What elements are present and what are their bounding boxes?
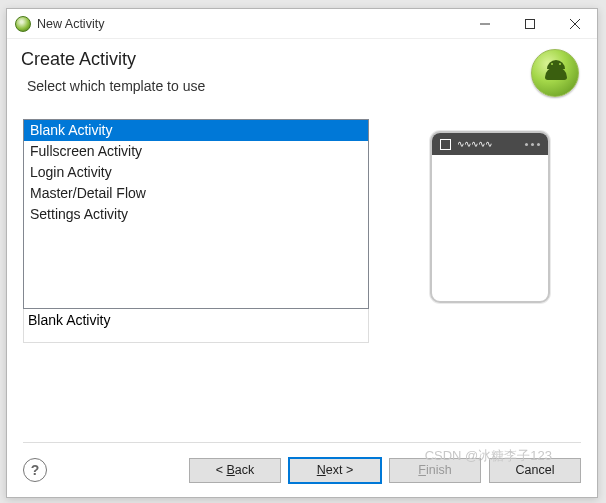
maximize-button[interactable] [507,9,552,38]
close-button[interactable] [552,9,597,38]
list-item[interactable]: Fullscreen Activity [24,141,368,162]
back-button[interactable]: < Back [189,458,281,483]
overflow-icon [525,143,540,146]
list-item[interactable]: Master/Detail Flow [24,183,368,204]
window-controls [462,9,597,38]
page-subtitle: Select which template to use [27,78,519,94]
selected-template-label: Blank Activity [23,309,369,343]
template-preview: ∿∿∿∿∿ [430,131,550,303]
template-list-wrap: Blank ActivityFullscreen ActivityLogin A… [23,119,369,438]
app-icon [15,16,31,32]
content-area: Blank ActivityFullscreen ActivityLogin A… [7,111,597,442]
next-button[interactable]: Next > [289,458,381,483]
help-button[interactable]: ? [23,458,47,482]
window-title: New Activity [37,17,462,31]
template-listbox[interactable]: Blank ActivityFullscreen ActivityLogin A… [23,119,369,309]
svg-rect-1 [525,19,534,28]
list-item[interactable]: Settings Activity [24,204,368,225]
wizard-header: Create Activity Select which template to… [7,39,597,111]
preview-actionbar: ∿∿∿∿∿ [432,133,548,155]
titlebar: New Activity [7,9,597,39]
cancel-button[interactable]: Cancel [489,458,581,483]
button-bar: ? < Back Next > Finish Cancel [7,443,597,497]
page-title: Create Activity [21,49,519,70]
android-icon [531,49,579,97]
finish-button: Finish [389,458,481,483]
header-text: Create Activity Select which template to… [21,49,519,94]
minimize-button[interactable] [462,9,507,38]
preview-app-icon [440,139,451,150]
preview-column: ∿∿∿∿∿ [399,119,581,438]
list-item[interactable]: Login Activity [24,162,368,183]
preview-title-placeholder: ∿∿∿∿∿ [457,140,519,148]
dialog-window: New Activity Create Activity Select whic… [6,8,598,498]
list-item[interactable]: Blank Activity [24,120,368,141]
